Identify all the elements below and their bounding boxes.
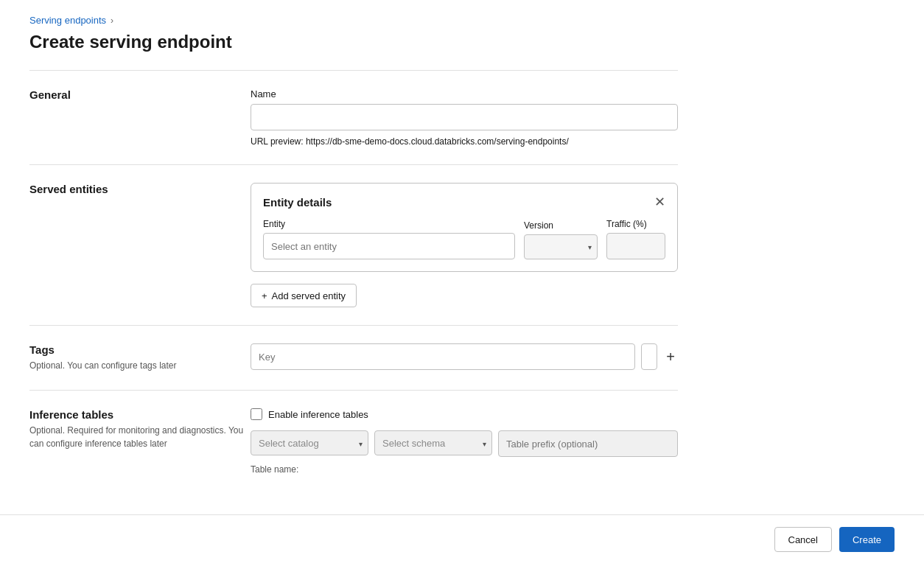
entity-card-header: Entity details ✕ [263,195,665,209]
entity-card-title: Entity details [263,196,332,209]
schema-select-wrapper: Select schema ▾ [374,430,492,457]
tags-row: + [251,343,678,370]
name-label: Name [251,88,678,99]
version-select-wrapper: ▾ [524,234,598,259]
table-prefix-input[interactable] [498,430,678,457]
entity-field-entity: Entity [263,219,515,259]
url-preview-value: https://db-sme-demo-docs.cloud.databrick… [306,136,569,147]
general-section-label: General [29,88,251,101]
traffic-label: Traffic (%) [606,219,665,229]
inference-tables-label: Inference tables [29,408,251,421]
enable-inference-label: Enable inference tables [268,409,368,420]
served-entities-section: Served entities Entity details ✕ Entity … [29,164,678,325]
tags-section-label: Tags [29,343,251,356]
inference-tables-section: Inference tables Optional. Required for … [29,390,678,492]
inference-tables-description: Optional. Required for monitoring and di… [29,424,251,450]
tags-section-description: Optional. You can configure tags later [29,359,251,372]
schema-select[interactable]: Select schema [374,430,492,455]
tags-section: Tags Optional. You can configure tags la… [29,325,678,390]
catalog-select-wrapper: Select catalog ▾ [251,430,368,457]
breadcrumb: Serving endpoints › [29,15,678,26]
traffic-input[interactable]: 100 [606,233,665,259]
catalog-select[interactable]: Select catalog [251,430,368,455]
served-entities-label: Served entities [29,183,251,195]
entity-close-button[interactable]: ✕ [654,195,665,209]
version-select[interactable] [524,234,598,259]
inference-fields: Select catalog ▾ Select schema ▾ [251,430,678,457]
url-preview-label: URL preview: [251,136,304,147]
version-label: Version [524,220,598,231]
create-button[interactable]: Create [839,527,895,552]
enable-inference-row: Enable inference tables [251,408,678,420]
table-name-label: Table name: [251,464,678,475]
entity-select-input[interactable] [263,233,515,259]
entity-field-traffic: Traffic (%) 100 [606,219,665,259]
breadcrumb-link[interactable]: Serving endpoints [29,15,106,26]
name-input[interactable] [251,104,678,130]
footer-actions: Cancel Create [0,515,924,564]
entity-field-version: Version ▾ [524,220,598,259]
entity-label: Entity [263,219,515,229]
url-preview: URL preview: https://db-sme-demo-docs.cl… [251,136,678,147]
general-section: General Name URL preview: https://db-sme… [29,70,678,164]
enable-inference-checkbox[interactable] [251,408,262,420]
add-entity-plus-icon: + [262,290,267,301]
page-title: Create serving endpoint [29,32,678,52]
add-served-entity-button[interactable]: + Add served entity [251,284,357,307]
cancel-button[interactable]: Cancel [774,527,832,552]
tag-key-input[interactable] [251,343,635,370]
breadcrumb-separator: › [111,15,113,26]
tag-add-button[interactable]: + [663,349,678,364]
entity-fields: Entity Version ▾ Traffic (%) [263,219,665,259]
tag-value-input[interactable] [641,343,657,370]
entity-details-card: Entity details ✕ Entity Version [251,183,678,272]
add-entity-label: Add served entity [272,290,346,301]
